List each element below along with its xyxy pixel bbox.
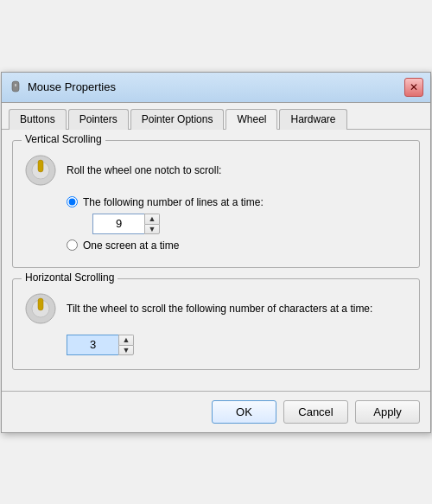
chars-spinner-buttons: ▲ ▼ [118, 335, 134, 355]
mouse-properties-window: Mouse Properties ✕ Buttons Pointers Poin… [1, 72, 431, 433]
horizontal-scrolling-group: Horizontal Scrolling Tilt the wheel to s… [12, 278, 420, 370]
chars-input[interactable] [67, 335, 118, 355]
vertical-scroll-desc: Roll the wheel one notch to scroll: [67, 164, 221, 176]
radio-screen-label[interactable]: One screen at a time [83, 239, 179, 252]
radio-lines[interactable] [67, 196, 78, 207]
tab-wheel[interactable]: Wheel [226, 109, 277, 130]
lines-spinner-row: ▲ ▼ [92, 214, 409, 234]
svg-rect-7 [38, 298, 43, 310]
horizontal-scroll-row: Tilt the wheel to scroll the following n… [23, 291, 409, 326]
ok-button[interactable]: OK [212, 400, 276, 424]
cancel-button[interactable]: Cancel [283, 400, 348, 424]
apply-button[interactable]: Apply [355, 400, 420, 424]
lines-input[interactable] [92, 214, 144, 234]
window-title: Mouse Properties [28, 80, 116, 93]
lines-spin-down[interactable]: ▼ [144, 224, 160, 234]
vertical-scrolling-group: Vertical Scrolling Roll the wheel one no… [12, 140, 420, 268]
radio-screen-row: One screen at a time [67, 239, 409, 252]
radio-lines-row: The following number of lines at a time: [67, 196, 409, 208]
chars-spinner-row: ▲ ▼ [67, 335, 409, 355]
radio-screen[interactable] [67, 239, 78, 251]
close-button[interactable]: ✕ [404, 78, 423, 97]
tab-pointer-options[interactable]: Pointer Options [130, 109, 225, 130]
footer: OK Cancel Apply [2, 391, 430, 432]
content-area: Vertical Scrolling Roll the wheel one no… [2, 130, 430, 391]
lines-spinner-buttons: ▲ ▼ [144, 214, 160, 234]
tab-hardware[interactable]: Hardware [279, 109, 346, 130]
horizontal-scrolling-content: Tilt the wheel to scroll the following n… [23, 291, 409, 355]
radio-lines-label[interactable]: The following number of lines at a time: [83, 196, 264, 208]
mouse-icon [9, 80, 22, 94]
lines-spin-up[interactable]: ▲ [144, 214, 160, 224]
scroll-wheel-icon-vertical [23, 153, 58, 188]
tab-pointers[interactable]: Pointers [68, 109, 129, 130]
chars-spin-down[interactable]: ▼ [118, 345, 134, 355]
chars-spin-up[interactable]: ▲ [118, 335, 134, 345]
scroll-wheel-icon-horizontal [23, 291, 58, 326]
horizontal-scroll-desc: Tilt the wheel to scroll the following n… [67, 303, 372, 315]
vertical-scrolling-content: Roll the wheel one notch to scroll: The … [23, 153, 409, 252]
svg-rect-4 [38, 160, 43, 172]
title-bar-left: Mouse Properties [9, 80, 116, 94]
tab-buttons[interactable]: Buttons [9, 109, 67, 130]
title-bar: Mouse Properties ✕ [2, 73, 430, 103]
vertical-scrolling-label: Vertical Scrolling [22, 133, 105, 145]
horizontal-scrolling-label: Horizontal Scrolling [22, 271, 118, 284]
vertical-scroll-row: Roll the wheel one notch to scroll: [23, 153, 409, 188]
tab-bar: Buttons Pointers Pointer Options Wheel H… [2, 103, 430, 130]
